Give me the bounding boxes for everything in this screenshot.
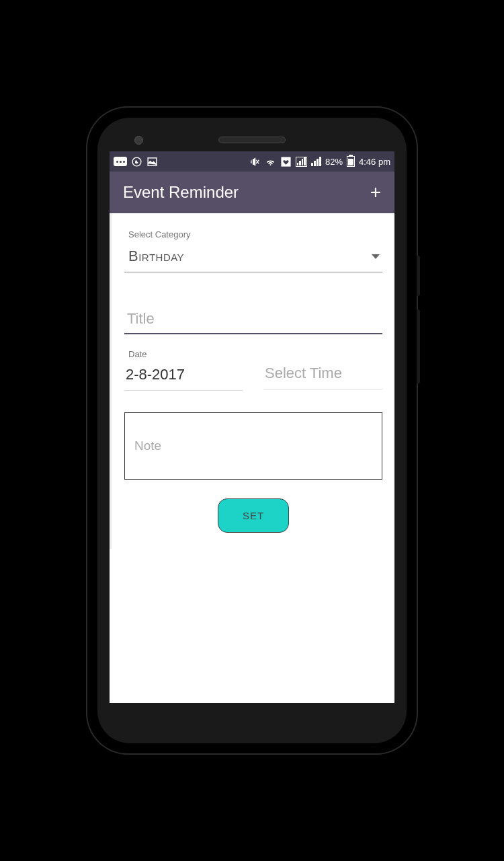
phone-camera [134,136,143,145]
date-input[interactable]: 2-8-2017 [124,362,243,391]
phone-frame: 82% 4:46 pm Event Reminder + Select Cate… [87,108,417,753]
vibrate-icon [249,156,261,167]
time-column: Select Time [263,349,382,391]
time-input[interactable]: Select Time [263,361,382,389]
phone-bezel: 82% 4:46 pm Event Reminder + Select Cate… [97,118,407,743]
note-input[interactable]: Note [124,412,382,480]
heart-icon [280,156,292,167]
whatsapp-icon [131,156,142,167]
wifi-icon [265,156,276,167]
add-icon[interactable]: + [370,182,381,203]
app-title: Event Reminder [123,183,239,202]
title-input[interactable] [124,305,382,334]
image-icon [146,156,158,167]
set-button[interactable]: SET [218,498,289,533]
status-bar: 82% 4:46 pm [110,151,394,172]
screen: 82% 4:46 pm Event Reminder + Select Cate… [110,151,394,703]
category-label: Select Category [128,229,382,239]
date-column: Date 2-8-2017 [124,349,243,391]
phone-side-button [417,256,420,296]
date-time-row: Date 2-8-2017 Select Time [124,349,382,391]
chevron-down-icon [372,254,380,259]
category-select[interactable]: Birthday [124,242,382,272]
date-label: Date [128,349,243,359]
phone-speaker [218,137,286,143]
signal-box-icon [296,157,307,167]
phone-side-button [417,309,420,383]
signal-bars-icon [311,157,321,166]
status-right: 82% 4:46 pm [249,156,390,167]
notification-icon [114,157,127,166]
app-bar: Event Reminder + [110,172,394,213]
battery-icon [347,156,355,167]
category-value: Birthday [128,248,184,265]
status-left [114,156,158,167]
status-time: 4:46 pm [359,157,390,167]
battery-percent: 82% [325,157,343,167]
form-content: Select Category Birthday Date 2-8-2017 S… [110,213,394,549]
